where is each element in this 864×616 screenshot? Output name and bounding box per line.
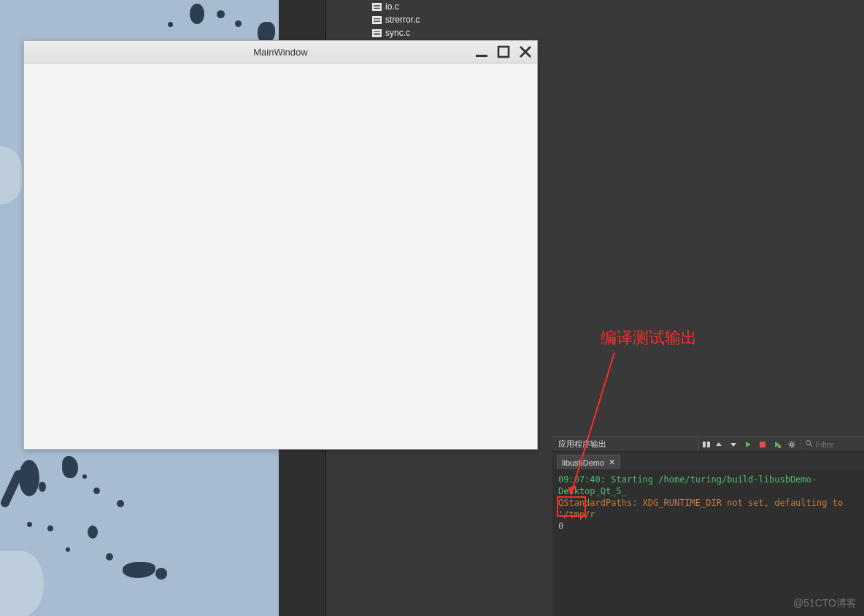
output-line: 09:07:40: Starting /home/turing/build-li…	[558, 474, 858, 497]
file-name: sync.c	[385, 28, 410, 38]
annotation-rect	[557, 496, 586, 517]
run-icon[interactable]	[741, 438, 755, 451]
output-panel-title: 应用程序输出	[552, 439, 612, 450]
file-name: strerror.c	[385, 15, 420, 25]
output-tab-label: libusbDemo	[562, 458, 604, 467]
file-item[interactable]: sync.c	[358, 26, 562, 39]
split-icon[interactable]	[698, 438, 711, 451]
maximize-button[interactable]	[496, 45, 511, 59]
titlebar[interactable]: MainWindow	[24, 41, 537, 63]
watermark: @51CTO博客	[793, 597, 857, 610]
window-body	[24, 63, 537, 449]
svg-line-8	[810, 444, 812, 447]
close-icon[interactable]: ✕	[609, 458, 615, 467]
close-button[interactable]	[518, 45, 533, 59]
output-panel: 应用程序输出 libusbDemo	[552, 436, 864, 616]
annotation-label: 编译测试输出	[601, 327, 697, 349]
svg-point-6	[790, 443, 793, 446]
output-tabs: libusbDemo ✕	[552, 452, 864, 469]
file-item[interactable]: strerror.c	[358, 13, 562, 26]
settings-icon[interactable]	[785, 438, 798, 451]
window-title: MainWindow	[253, 47, 307, 58]
down-icon[interactable]	[727, 438, 740, 451]
svg-rect-3	[707, 442, 710, 447]
search-icon	[805, 439, 813, 449]
file-icon	[372, 3, 382, 11]
svg-rect-2	[703, 442, 706, 447]
attach-icon[interactable]	[771, 438, 784, 451]
filter-input[interactable]	[816, 440, 860, 449]
svg-rect-5	[778, 445, 781, 448]
output-line: 0	[558, 520, 858, 532]
stop-icon[interactable]	[756, 438, 769, 451]
main-window: MainWindow	[23, 40, 538, 450]
output-tab[interactable]: libusbDemo ✕	[557, 455, 620, 469]
minimize-button[interactable]	[474, 45, 489, 59]
svg-point-7	[806, 441, 811, 445]
file-icon	[372, 29, 382, 37]
file-name: io.c	[385, 1, 399, 12]
svg-rect-0	[476, 55, 487, 57]
output-line: QStandardPaths: XDG_RUNTIME_DIR not set,…	[558, 497, 858, 520]
output-toolbar: 应用程序输出	[552, 436, 864, 452]
up-icon[interactable]	[712, 438, 725, 451]
output-body[interactable]: 09:07:40: Starting /home/turing/build-li…	[552, 469, 864, 536]
file-item[interactable]: io.c	[358, 0, 562, 13]
filter-box	[800, 439, 864, 449]
svg-rect-4	[760, 442, 765, 447]
file-icon	[372, 16, 382, 24]
svg-rect-1	[498, 47, 509, 57]
